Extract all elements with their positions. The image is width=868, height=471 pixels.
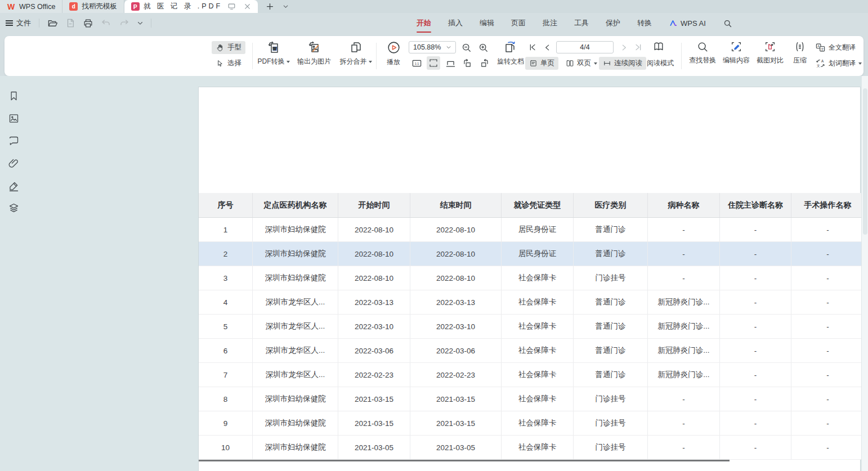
new-tab-plus-icon[interactable] (265, 2, 275, 12)
rotate-right-button[interactable] (477, 56, 491, 70)
print-icon[interactable] (83, 18, 93, 29)
table-row[interactable]: 9深圳市妇幼保健院2021-03-152021-03-15社会保障卡门诊挂号--… (199, 411, 861, 436)
pdf-convert-button[interactable]: W PDF转换 (254, 41, 293, 66)
word-translate-label: 划词翻译 (829, 59, 856, 68)
chevron-down-icon (287, 61, 290, 63)
table-cell: 普通门诊 (574, 290, 648, 314)
first-page-button[interactable] (526, 41, 539, 54)
word-translate-button[interactable]: A文 划词翻译 (815, 58, 862, 69)
table-cell: 2022-03-06 (338, 339, 410, 362)
save-icon[interactable] (65, 18, 75, 28)
rotate-left-button[interactable] (460, 56, 474, 70)
document-view-area: 序号定点医药机构名称开始时间结束时间就诊凭证类型医疗类别病种名称住院主诊断名称手… (27, 76, 868, 471)
menu-item[interactable]: 转换 (637, 13, 652, 33)
menu-item[interactable]: 批注 (543, 13, 557, 33)
read-mode-icon-box[interactable] (652, 40, 665, 53)
zoom-out-button[interactable] (459, 41, 473, 54)
page-number-input[interactable]: 4/4 (556, 41, 614, 53)
table-row[interactable]: 4深圳市龙华区人...2022-03-132022-03-13社会保障卡普通门诊… (199, 290, 861, 315)
table-row[interactable]: 6深圳市龙华区人...2022-03-062022-03-06社会保障卡普通门诊… (199, 339, 861, 363)
layers-panel-button[interactable] (6, 200, 21, 215)
undo-icon[interactable] (101, 18, 111, 29)
menu-item[interactable]: 插入 (448, 13, 463, 33)
split-merge-button[interactable]: 拆分合并 (335, 41, 376, 66)
scrollbar-thumb[interactable] (863, 88, 867, 235)
screenshot-compare-button[interactable]: 截图对比 (754, 41, 786, 65)
menu-item[interactable]: 页面 (511, 13, 526, 33)
pdf-page[interactable]: 序号定点医药机构名称开始时间结束时间就诊凭证类型医疗类别病种名称住院主诊断名称手… (198, 87, 861, 471)
compress-button[interactable]: 压缩 (788, 41, 812, 65)
table-row[interactable]: 1深圳市妇幼保健院2022-08-102022-08-10居民身份证普通门诊--… (199, 218, 861, 242)
play-button[interactable]: 播放 (381, 41, 406, 67)
actual-size-button[interactable]: 1:1 (410, 56, 423, 70)
previous-page-button[interactable] (540, 41, 554, 54)
edit-content-icon (730, 41, 742, 53)
table-row[interactable]: 8深圳市妇幼保健院2021-03-152021-03-15社会保障卡门诊挂号--… (199, 387, 861, 411)
menu-item[interactable]: 编辑 (480, 13, 494, 33)
table-cell: 深圳市妇幼保健院 (253, 387, 338, 411)
table-row[interactable]: 3深圳市妇幼保健院2022-08-102022-08-10社会保障卡门诊挂号--… (199, 266, 861, 290)
tab-list-chevron-icon[interactable] (280, 2, 290, 12)
bookmarks-panel-button[interactable] (6, 88, 21, 103)
quickbar-more-chevron-icon[interactable] (137, 20, 144, 26)
table-cell: - (791, 387, 861, 411)
tab-wps-office[interactable]: W WPS Office (0, 0, 62, 13)
ribbon-toolbar: 手型 选择 W PDF转换 输出为图片 拆分合并 播放 105.88% (5, 36, 863, 76)
file-menu-button[interactable]: 文件 (6, 18, 31, 28)
table-row[interactable]: 5深圳市龙华区人...2022-03-102022-03-10社会保障卡普通门诊… (199, 315, 861, 339)
zoom-in-button[interactable] (476, 41, 490, 54)
table-cell: 2021-03-05 (410, 436, 502, 459)
annotation-panel-button[interactable] (6, 178, 21, 193)
read-mode-button[interactable]: 阅读模式 (644, 59, 677, 68)
zoom-level-select[interactable]: 105.88% (409, 41, 456, 53)
table-cell: 2021-03-15 (338, 411, 410, 435)
one-to-one-icon: 1:1 (411, 58, 422, 69)
last-page-button[interactable] (632, 41, 645, 54)
menu-item[interactable]: 保护 (606, 13, 620, 33)
menu-bar: 文件 (0, 13, 868, 33)
column-header: 住院主诊断名称 (720, 193, 791, 217)
table-row[interactable]: 2深圳市妇幼保健院2022-08-102022-08-10居民身份证普通门诊--… (199, 242, 861, 266)
continuous-read-button[interactable]: 连续阅读 (599, 57, 646, 70)
chevron-down-icon (446, 44, 451, 50)
menu-item[interactable]: 工具 (574, 13, 589, 33)
main-menu: 开始 插入 编辑 页面 批注 工具 保护 转换 WPS AI (417, 13, 732, 33)
wps-ai-button[interactable]: WPS AI (669, 19, 706, 28)
hand-tool-button[interactable]: 手型 (212, 41, 245, 54)
window-tab-bar: W WPS Office d 找稻壳模板 P 就 医 记 录 .PDF (0, 0, 868, 13)
screenshot-compare-icon (764, 41, 776, 53)
find-replace-button[interactable]: 查找替换 (687, 41, 718, 65)
fit-width-button[interactable] (444, 56, 457, 70)
vertical-scrollbar[interactable] (861, 76, 868, 471)
tab-label: 找稻壳模板 (82, 2, 117, 11)
export-image-button[interactable]: 输出为图片 (294, 41, 334, 66)
table-cell: 2021-03-15 (338, 387, 410, 411)
comments-panel-button[interactable] (6, 133, 21, 148)
thumbnails-panel-button[interactable] (6, 111, 21, 125)
full-translate-button[interactable]: A字 全文翻译 (815, 42, 856, 53)
menu-search-icon[interactable] (723, 19, 732, 28)
table-row[interactable]: 10深圳市妇幼保健院2021-03-052021-03-05社会保障卡门诊挂号-… (199, 436, 861, 460)
table-row[interactable]: 7深圳市龙华区人...2022-02-232022-02-23社会保障卡普通门诊… (199, 363, 861, 387)
present-monitor-icon[interactable] (226, 2, 236, 12)
edit-content-button[interactable]: 编辑内容 (721, 41, 752, 65)
tab-document-pdf[interactable]: P 就 医 记 录 .PDF (124, 0, 258, 13)
table-cell: - (791, 363, 861, 387)
close-tab-icon[interactable] (242, 2, 252, 12)
menu-item[interactable]: 开始 (417, 13, 431, 33)
open-file-icon[interactable] (47, 18, 58, 29)
fit-page-button[interactable] (427, 56, 440, 70)
double-page-button[interactable]: 双页 (562, 57, 601, 70)
redo-icon[interactable] (119, 18, 129, 29)
table-cell: 2021-03-15 (410, 411, 502, 435)
table-cell: 门诊挂号 (574, 411, 648, 435)
tab-docer-templates[interactable]: d 找稻壳模板 (62, 0, 124, 13)
table-cell: 2022-02-23 (410, 363, 502, 387)
next-page-button[interactable] (617, 41, 630, 54)
attachments-panel-button[interactable] (6, 156, 21, 171)
single-page-button[interactable]: 单页 (525, 57, 558, 70)
column-header: 序号 (199, 193, 253, 217)
table-body: 1深圳市妇幼保健院2022-08-102022-08-10居民身份证普通门诊--… (199, 218, 861, 460)
select-tool-button[interactable]: 选择 (212, 57, 245, 70)
rotate-document-button[interactable]: 旋转文档 (493, 41, 528, 66)
